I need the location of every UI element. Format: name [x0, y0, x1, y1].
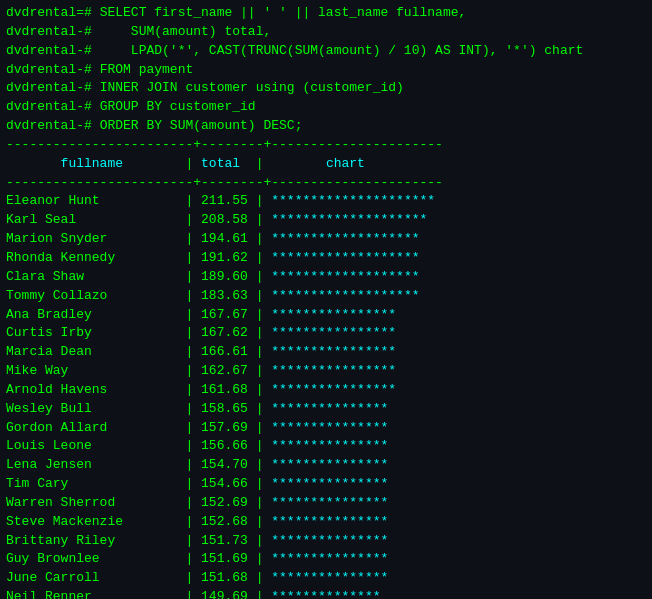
table-row: Eleanor Hunt | 211.55 | ****************…: [6, 192, 646, 211]
table-row: Wesley Bull | 158.65 | ***************: [6, 400, 646, 419]
table-row: Steve Mackenzie | 152.68 | *************…: [6, 513, 646, 532]
table-row: Lena Jensen | 154.70 | ***************: [6, 456, 646, 475]
table-row: Clara Shaw | 189.60 | ******************…: [6, 268, 646, 287]
table-row: Brittany Riley | 151.73 | **************…: [6, 532, 646, 551]
separator-top: ------------------------+--------+------…: [6, 136, 646, 155]
terminal: dvdrental=# SELECT first_name || ' ' || …: [6, 4, 646, 599]
sql-line-5: dvdrental-# INNER JOIN customer using (c…: [6, 79, 646, 98]
sql-line-7: dvdrental-# ORDER BY SUM(amount) DESC;: [6, 117, 646, 136]
prompt-2: dvdrental-#: [6, 24, 100, 39]
table-row: Rhonda Kennedy | 191.62 | **************…: [6, 249, 646, 268]
table-row: Neil Renner | 149.69 | **************: [6, 588, 646, 599]
prompt-5: dvdrental-#: [6, 80, 100, 95]
sql-line-1: dvdrental=# SELECT first_name || ' ' || …: [6, 4, 646, 23]
prompt-3: dvdrental-#: [6, 43, 100, 58]
table-row: Warren Sherrod | 152.69 | **************…: [6, 494, 646, 513]
prompt-4: dvdrental-#: [6, 62, 100, 77]
sql-line-3: dvdrental-# LPAD('*', CAST(TRUNC(SUM(amo…: [6, 42, 646, 61]
table-row: Louis Leone | 156.66 | ***************: [6, 437, 646, 456]
table-row: Curtis Irby | 167.62 | ****************: [6, 324, 646, 343]
sql-line-6: dvdrental-# GROUP BY customer_id: [6, 98, 646, 117]
prompt-7: dvdrental-#: [6, 118, 100, 133]
header-row: fullname | total | chart: [6, 155, 646, 174]
table-row: Ana Bradley | 167.67 | ****************: [6, 306, 646, 325]
table-row: Tommy Collazo | 183.63 | ***************…: [6, 287, 646, 306]
prompt-6: dvdrental-#: [6, 99, 100, 114]
table-body: Eleanor Hunt | 211.55 | ****************…: [6, 192, 646, 599]
table-row: Mike Way | 162.67 | ****************: [6, 362, 646, 381]
table-row: Marion Snyder | 194.61 | ***************…: [6, 230, 646, 249]
table-row: Gordon Allard | 157.69 | ***************: [6, 419, 646, 438]
sql-line-4: dvdrental-# FROM payment: [6, 61, 646, 80]
table-row: June Carroll | 151.68 | ***************: [6, 569, 646, 588]
sql-line-2: dvdrental-# SUM(amount) total,: [6, 23, 646, 42]
prompt-1: dvdrental=#: [6, 5, 100, 20]
table-row: Karl Seal | 208.58 | *******************…: [6, 211, 646, 230]
table-row: Tim Cary | 154.66 | ***************: [6, 475, 646, 494]
separator-mid: ------------------------+--------+------…: [6, 174, 646, 193]
table-row: Marcia Dean | 166.61 | ****************: [6, 343, 646, 362]
table-row: Guy Brownlee | 151.69 | ***************: [6, 550, 646, 569]
table-row: Arnold Havens | 161.68 | ***************…: [6, 381, 646, 400]
